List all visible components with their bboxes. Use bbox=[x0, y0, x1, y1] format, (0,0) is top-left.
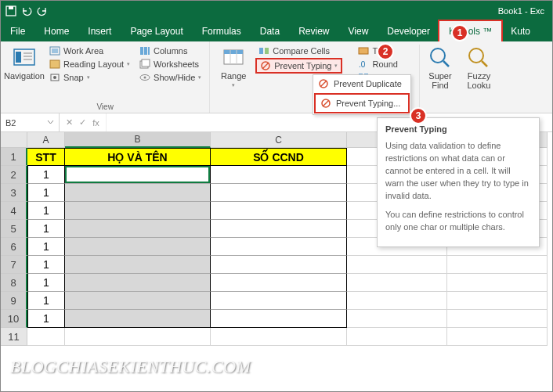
showhide-button[interactable]: Show/Hide▾ bbox=[136, 71, 204, 84]
worksheets-icon bbox=[139, 59, 150, 70]
row-head[interactable]: 11 bbox=[1, 328, 27, 346]
worksheets-button[interactable]: Worksheets bbox=[136, 58, 204, 70]
cell-b10[interactable] bbox=[65, 310, 211, 328]
save-icon[interactable] bbox=[5, 5, 16, 16]
cell-a2[interactable]: 1 bbox=[27, 166, 65, 184]
cell-b3[interactable] bbox=[65, 184, 211, 202]
cell-a10[interactable]: 1 bbox=[27, 310, 65, 328]
cell-c5[interactable] bbox=[211, 220, 347, 238]
cell-c3[interactable] bbox=[211, 184, 347, 202]
prevent-typing-item[interactable]: Prevent Typing... bbox=[314, 93, 410, 113]
quick-access-toolbar bbox=[5, 5, 48, 16]
navigation-button[interactable]: Navigation bbox=[5, 45, 43, 101]
cell-d10[interactable] bbox=[347, 310, 447, 328]
cell-a9[interactable]: 1 bbox=[27, 292, 65, 310]
cell-a3[interactable]: 1 bbox=[27, 184, 65, 202]
row-head[interactable]: 6 bbox=[1, 238, 27, 256]
cell-e10[interactable] bbox=[447, 310, 548, 328]
cell-b7[interactable] bbox=[65, 256, 211, 274]
cell-c9[interactable] bbox=[211, 292, 347, 310]
cell-d9[interactable] bbox=[347, 292, 447, 310]
cell-e11[interactable] bbox=[447, 328, 548, 346]
cell-d7[interactable] bbox=[347, 256, 447, 274]
work-area-button[interactable]: Work Area bbox=[46, 45, 133, 57]
reading-layout-button[interactable]: Reading Layout▾ bbox=[46, 58, 133, 70]
compare-cells-button[interactable]: Compare Cells bbox=[255, 45, 342, 57]
compare-icon bbox=[258, 45, 269, 56]
cell-a7[interactable]: 1 bbox=[27, 256, 65, 274]
tab-home[interactable]: Home bbox=[34, 21, 78, 41]
cell-e7[interactable] bbox=[447, 256, 548, 274]
tab-insert[interactable]: Insert bbox=[78, 21, 121, 41]
cell-a6[interactable]: 1 bbox=[27, 238, 65, 256]
tab-data[interactable]: Data bbox=[251, 21, 289, 41]
navigation-icon bbox=[13, 46, 36, 70]
tab-view[interactable]: View bbox=[339, 21, 378, 41]
tab-file[interactable]: File bbox=[1, 21, 34, 41]
cell-c4[interactable] bbox=[211, 202, 347, 220]
row-head[interactable]: 8 bbox=[1, 274, 27, 292]
row-head[interactable]: 1 bbox=[1, 148, 27, 166]
range-label: Range bbox=[221, 71, 246, 81]
tab-developer[interactable]: Developer bbox=[378, 21, 439, 41]
row-head[interactable]: 5 bbox=[1, 220, 27, 238]
enter-icon[interactable]: ✓ bbox=[79, 117, 86, 128]
prevent-typing-button[interactable]: Prevent Typing▾ bbox=[255, 58, 342, 74]
cell-c2[interactable] bbox=[211, 166, 347, 184]
tab-kutools[interactable]: Kutools ™ bbox=[439, 21, 501, 41]
svg-rect-23 bbox=[259, 48, 263, 54]
columns-button[interactable]: Columns bbox=[136, 45, 204, 57]
tab-formulas[interactable]: Formulas bbox=[193, 21, 251, 41]
cell-b2[interactable] bbox=[65, 166, 211, 184]
prevent-typing-tooltip: Prevent Typing Using data validation to … bbox=[377, 117, 540, 247]
cell-b9[interactable] bbox=[65, 292, 211, 310]
undo-icon[interactable] bbox=[21, 5, 32, 16]
select-all-corner[interactable] bbox=[1, 132, 27, 148]
redo-icon[interactable] bbox=[37, 5, 48, 16]
cell-d8[interactable] bbox=[347, 274, 447, 292]
row-head[interactable]: 3 bbox=[1, 184, 27, 202]
tab-kutools-plus[interactable]: Kuto bbox=[501, 21, 540, 41]
fuzzy-lookup-button[interactable]: Fuzzy Looku bbox=[460, 45, 497, 111]
cell-e9[interactable] bbox=[447, 292, 548, 310]
cell-c6[interactable] bbox=[211, 238, 347, 256]
row-head[interactable]: 2 bbox=[1, 166, 27, 184]
row-head[interactable]: 7 bbox=[1, 256, 27, 274]
cancel-icon[interactable]: ✕ bbox=[66, 117, 73, 128]
col-head-c[interactable]: C bbox=[211, 132, 347, 148]
watermark: BLOGCHIASEKIENTHUC.COM bbox=[10, 357, 251, 377]
prevent-duplicate-item[interactable]: Prevent Duplicate bbox=[313, 75, 410, 92]
snap-button[interactable]: Snap▾ bbox=[46, 71, 133, 84]
super-find-button[interactable]: Super Find bbox=[419, 45, 457, 111]
cell-b1[interactable]: HỌ VÀ TÊN bbox=[65, 148, 211, 166]
name-box[interactable]: B2 bbox=[1, 113, 60, 131]
cell-b11[interactable] bbox=[65, 328, 211, 346]
range-button[interactable]: Range ▾ bbox=[215, 45, 252, 111]
cell-c10[interactable] bbox=[211, 310, 347, 328]
row-head[interactable]: 10 bbox=[1, 310, 27, 328]
cell-c11[interactable] bbox=[211, 328, 347, 346]
cell-b5[interactable] bbox=[65, 220, 211, 238]
col-head-a[interactable]: A bbox=[27, 132, 65, 148]
fx-icon[interactable]: fx bbox=[92, 118, 99, 128]
cell-a1[interactable]: STT bbox=[27, 148, 65, 166]
cell-a4[interactable]: 1 bbox=[27, 202, 65, 220]
cell-d11[interactable] bbox=[347, 328, 447, 346]
row-head[interactable]: 4 bbox=[1, 202, 27, 220]
col-head-b[interactable]: B bbox=[65, 132, 211, 148]
cell-a11[interactable] bbox=[27, 328, 65, 346]
tab-page-layout[interactable]: Page Layout bbox=[121, 21, 192, 41]
row-head[interactable]: 9 bbox=[1, 292, 27, 310]
svg-point-33 bbox=[469, 49, 483, 63]
cell-b4[interactable] bbox=[65, 202, 211, 220]
cell-b6[interactable] bbox=[65, 238, 211, 256]
svg-rect-16 bbox=[142, 59, 150, 67]
cell-c8[interactable] bbox=[211, 274, 347, 292]
cell-b8[interactable] bbox=[65, 274, 211, 292]
cell-a5[interactable]: 1 bbox=[27, 220, 65, 238]
tab-review[interactable]: Review bbox=[289, 21, 338, 41]
cell-c1[interactable]: SỐ CCND bbox=[211, 148, 347, 166]
cell-c7[interactable] bbox=[211, 256, 347, 274]
cell-e8[interactable] bbox=[447, 274, 548, 292]
cell-a8[interactable]: 1 bbox=[27, 274, 65, 292]
